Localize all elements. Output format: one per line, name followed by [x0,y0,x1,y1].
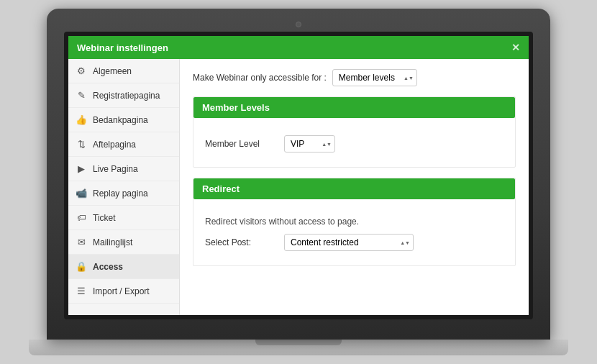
laptop-camera [296,22,301,27]
member-level-select[interactable]: VIP Gold Silver Bronze [284,135,335,153]
settings-icon: ⚙ [76,65,87,76]
member-levels-header: Member Levels [193,97,515,118]
member-levels-content: Member Level VIP Gold Silver Bronze [193,127,515,167]
play-icon: ▶ [76,163,87,174]
laptop-notch [255,340,342,345]
sidebar-item-registratiepagina[interactable]: ✎ Registratiepagina [68,83,179,108]
screen-bezel: Webinar instellingen ✕ ⚙ Algemeen ✎ Regi… [64,32,533,319]
laptop-screen-housing: Webinar instellingen ✕ ⚙ Algemeen ✎ Regi… [47,9,550,340]
sidebar-item-label: Access [93,262,123,272]
sidebar-item-label: Ticket [93,213,116,223]
list-icon: ☰ [76,286,87,296]
sidebar-item-aftelpagina[interactable]: ⇅ Aftelpagina [68,132,179,157]
mail-icon: ✉ [76,237,87,247]
redirect-section: Redirect Redirect visitors without acces… [193,178,516,266]
accessible-for-label: Make Webinar only accessible for : [193,73,327,83]
accessible-select-wrapper: Member levels Everyone Logged in users [332,69,417,86]
sidebar-item-algemeen[interactable]: ⚙ Algemeen [68,59,179,83]
select-post-label: Select Post: [205,237,284,247]
sidebar-item-live-pagina[interactable]: ▶ Live Pagina [68,157,179,181]
select-post-wrapper: Content restricted Home Login page [284,234,414,251]
select-post-select[interactable]: Content restricted Home Login page [284,234,414,251]
sidebar-item-label: Mailinglijst [93,237,132,247]
accessible-for-row: Make Webinar only accessible for : Membe… [193,69,516,86]
app-body: ⚙ Algemeen ✎ Registratiepagina 👍 Bedankp… [68,59,529,315]
accessible-for-select[interactable]: Member levels Everyone Logged in users [332,69,417,86]
lock-icon: 🔒 [76,261,87,272]
app-header: Webinar instellingen ✕ [68,36,529,59]
sidebar-item-label: Replay pagina [93,188,148,199]
sidebar-item-bedankpagina[interactable]: 👍 Bedankpagina [68,108,179,132]
app-title: Webinar instellingen [77,42,168,53]
sidebar-item-import-export[interactable]: ☰ Import / Export [68,279,179,304]
close-button[interactable]: ✕ [511,42,520,53]
sidebar-item-access[interactable]: 🔒 Access [68,255,179,279]
sort-icon: ⇅ [76,139,87,150]
member-level-row: Member Level VIP Gold Silver Bronze [205,135,503,153]
thumbsup-icon: 👍 [76,114,87,125]
edit-icon: ✎ [76,90,87,101]
video-icon: 📹 [76,188,87,199]
laptop-base [29,340,568,355]
sidebar-item-mailinglijst[interactable]: ✉ Mailinglijst [68,230,179,255]
member-level-label: Member Level [205,139,284,149]
member-levels-section: Member Levels Member Level VIP Gold Silv… [193,96,516,168]
member-level-select-wrapper: VIP Gold Silver Bronze [284,135,335,153]
laptop-container: Webinar instellingen ✕ ⚙ Algemeen ✎ Regi… [29,9,568,355]
tag-icon: 🏷 [76,212,87,223]
sidebar-item-ticket[interactable]: 🏷 Ticket [68,206,179,230]
select-post-row: Select Post: Content restricted Home Log… [205,234,503,251]
sidebar-item-label: Aftelpagina [93,140,136,150]
sidebar-item-label: Algemeen [93,66,132,76]
redirect-content: Redirect visitors without access to page… [193,208,515,265]
sidebar: ⚙ Algemeen ✎ Registratiepagina 👍 Bedankp… [68,59,180,315]
main-content: Make Webinar only accessible for : Membe… [180,59,529,315]
redirect-header: Redirect [193,178,515,199]
sidebar-item-label: Live Pagina [93,164,138,174]
sidebar-item-replay-pagina[interactable]: 📹 Replay pagina [68,181,179,206]
screen: Webinar instellingen ✕ ⚙ Algemeen ✎ Regi… [68,36,529,315]
sidebar-item-label: Bedankpagina [93,115,148,125]
sidebar-item-label: Import / Export [93,286,150,296]
redirect-note: Redirect visitors without access to page… [205,217,503,227]
sidebar-item-label: Registratiepagina [93,91,160,101]
